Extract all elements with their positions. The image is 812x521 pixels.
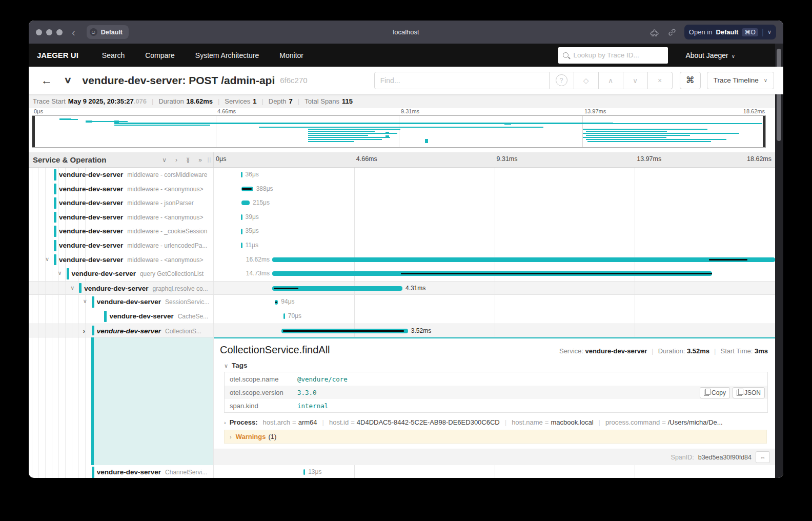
span-row[interactable]: ∨vendure-dev-serverSessionServic...94μs [29,295,775,309]
timeline-tick-label: 18.62ms [747,155,772,163]
span-row[interactable]: ∨vendure-dev-servergraphql.resolve co...… [29,281,775,295]
about-jaeger-menu[interactable]: About Jaeger∨ [685,51,735,59]
browser-tab[interactable]: ☺ Default [87,25,129,39]
collapse-all-icon[interactable]: ∨∨ [186,157,190,163]
close-window-button[interactable] [36,29,42,35]
minimap-span-line [308,141,354,142]
span-row[interactable]: ∨vendure-dev-servermiddleware - <anonymo… [29,253,775,267]
find-next-button[interactable]: ∨ [623,72,648,89]
child-span-overlay [274,288,298,289]
span-operation-name: middleware - <anonymous> [127,256,203,264]
timeline-tick-label: 9.31ms [497,155,518,163]
collapse-trace-chevron-icon[interactable]: ∨ [64,75,72,86]
timeline-tick-label: 9.31ms [401,108,419,114]
collapse-one-icon[interactable]: ∨ [162,157,167,163]
tags-section-toggle[interactable]: ∨Tags [224,362,768,369]
column-resize-handle[interactable]: || [208,157,211,163]
expand-one-icon[interactable]: › [175,157,177,163]
find-clear-button[interactable]: × [648,72,673,89]
nav-item-search[interactable]: Search [102,51,125,59]
keyboard-shortcuts-button[interactable]: ⌘ [680,72,701,89]
find-prev-button[interactable]: ∧ [599,72,623,89]
nav-item-monitor[interactable]: Monitor [279,51,303,59]
span-bar[interactable] [272,257,775,262]
find-match-button[interactable]: ◇ [574,72,599,89]
find-input[interactable] [374,72,550,89]
duration-label: Duration [158,97,184,105]
minimap-right-handle[interactable] [763,116,765,147]
span-row-selected[interactable]: ›vendure-dev-serverCollectionS...3.52ms [29,324,775,338]
span-row[interactable]: vendure-dev-servermiddleware - corsMiddl… [29,168,775,182]
trace-id-input[interactable] [572,51,663,59]
jaeger-logo[interactable]: JAEGER UI [37,51,78,59]
open-in-default-button[interactable]: Open in Default ⌘O | ∨ [684,25,776,39]
extensions-puzzle-icon[interactable] [649,27,660,37]
chevron-down-icon[interactable]: ∨ [70,285,74,291]
tag-key: span.kind [225,402,297,410]
trace-view-select[interactable]: Trace Timeline ∨ [707,72,774,89]
warnings-section-toggle[interactable]: › Warnings (1) [224,430,767,444]
chevron-down-icon[interactable]: ∨ [83,298,87,304]
back-arrow-icon[interactable]: ← [41,74,52,87]
minimap-gridline [399,116,399,147]
chevron-down-icon[interactable]: ∨ [58,270,62,276]
depth-label: Depth [269,97,287,105]
browser-back-icon[interactable]: ‹ [72,27,75,37]
traffic-lights [36,29,63,35]
minimap-left-handle[interactable] [32,116,35,147]
chevron-down-icon[interactable]: ∨ [45,256,49,262]
span-bar[interactable] [241,201,250,205]
span-service-name: vendure-dev-servermiddleware - <anonymou… [59,256,203,264]
span-bar[interactable] [303,469,305,475]
page-scrollbar[interactable] [775,44,783,478]
minimize-window-button[interactable] [46,29,52,35]
chevron-right-icon[interactable]: › [83,328,85,334]
nav-item-compare[interactable]: Compare [145,51,175,59]
process-divider: | [505,418,506,426]
span-row[interactable]: vendure-dev-serverChannelServi...13μs [29,465,775,478]
span-row[interactable]: vendure-dev-servermiddleware - jsonParse… [29,196,775,210]
jaeger-nav: JAEGER UI Search Compare System Architec… [29,44,783,67]
minimap-span-line [613,123,763,124]
trace-id-lookup[interactable] [558,47,668,64]
span-operation-name: query GetCollectionList [140,270,204,277]
copy-button[interactable]: Copy [700,387,730,398]
span-row[interactable]: vendure-dev-servermiddleware - <anonymou… [29,210,775,225]
span-bar[interactable] [241,172,242,177]
minimap-span-line [71,119,78,120]
trace-minimap[interactable] [32,115,766,148]
tag-row[interactable]: otel.scope.name@vendure/core [225,372,767,386]
chevron-down-icon: ∨ [732,53,735,59]
expand-all-icon[interactable]: » [198,157,202,163]
timeline-gridline [635,324,635,337]
nav-item-system-architecture[interactable]: System Architecture [195,51,259,59]
tag-row[interactable]: span.kindinternal [225,399,767,412]
process-section-toggle[interactable]: › Process: host.arch=arm64|host.id=4D4DD… [224,418,768,426]
zoom-window-button[interactable] [56,29,63,35]
span-bar[interactable] [241,214,242,220]
timeline-tick-label: 13.97ms [637,155,661,163]
timeline-gridline [495,210,495,225]
span-row[interactable]: vendure-dev-servermiddleware - urlencode… [29,238,775,253]
span-row[interactable]: ∨vendure-dev-serverquery GetCollectionLi… [29,267,775,281]
scrollbar-thumb[interactable] [777,49,781,141]
spanid-label: SpanID: [671,454,694,461]
timeline-tick-label: 18.62ms [743,108,765,114]
span-row[interactable]: vendure-dev-servermiddleware - <anonymou… [29,182,775,196]
deep-link-button[interactable]: ⇔ [756,451,770,463]
span-row[interactable]: vendure-dev-serverCacheSe...70μs [29,309,775,324]
process-key: process.command [605,418,660,426]
detail-divider: | [714,347,716,355]
find-help-button[interactable]: ? [550,72,574,89]
span-bar[interactable] [241,229,242,234]
span-bar[interactable] [283,313,285,319]
span-duration-label: 70μs [288,312,301,319]
selected-span-left-gutter [29,337,214,465]
timeline-gridline [635,168,635,182]
tag-row[interactable]: otel.scope.version3.3.0CopyJSON [225,386,767,399]
chevron-down-icon[interactable]: ∨ [767,29,772,35]
span-row[interactable]: vendure-dev-servermiddleware - _cookieSe… [29,224,775,238]
json-button[interactable]: JSON [733,387,765,398]
copy-link-icon[interactable] [667,27,677,37]
span-bar[interactable] [241,243,242,248]
